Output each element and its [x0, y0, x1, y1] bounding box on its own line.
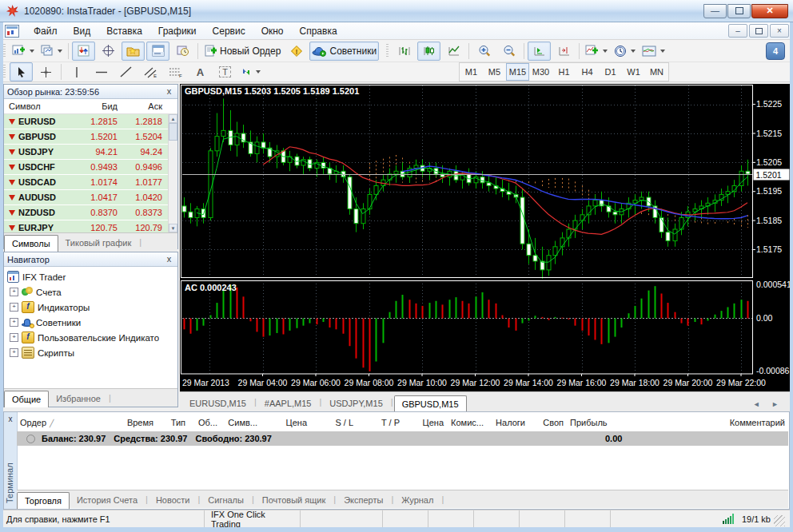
text-label-tool-button[interactable]: T: [213, 62, 237, 81]
cursor-tool-button[interactable]: [10, 62, 33, 81]
templates-button[interactable]: [640, 42, 667, 61]
col-swap[interactable]: Своп: [528, 418, 567, 427]
navigator-button[interactable]: [122, 42, 145, 61]
symbol-row[interactable]: EURUSD1.28151.2818: [4, 114, 177, 129]
scroll-up-icon[interactable]: ▲: [169, 114, 177, 123]
maximize-button[interactable]: [727, 4, 751, 18]
price-chart[interactable]: 1.52251.52151.52051.51951.51851.51751.52…: [180, 84, 790, 391]
menu-window[interactable]: Окно: [253, 23, 292, 39]
balance-row[interactable]: Баланс: 230.97 Средства: 230.97 Свободно…: [17, 431, 788, 446]
chart-document-icon[interactable]: [5, 25, 19, 38]
bar-chart-button[interactable]: [393, 42, 416, 61]
line-chart-button[interactable]: [442, 42, 465, 61]
minimize-button[interactable]: —: [703, 4, 727, 18]
notifications-badge[interactable]: 4: [766, 42, 785, 60]
tree-item-indicators[interactable]: + f Индикаторы: [7, 300, 177, 315]
col-comment[interactable]: Комментарий: [616, 418, 788, 427]
tab-experts[interactable]: Эксперты: [337, 493, 390, 508]
periods-button[interactable]: [612, 42, 638, 61]
col-tp[interactable]: T / P: [357, 418, 403, 427]
market-watch-scrollbar[interactable]: ▲ ▼: [168, 114, 177, 232]
symbol-row[interactable]: USDCAD1.01741.0177: [4, 175, 177, 190]
mdi-close-button[interactable]: ×: [770, 24, 789, 38]
chart-tab-aapl[interactable]: #AAPL,M15: [257, 396, 319, 411]
expand-icon[interactable]: +: [10, 333, 18, 342]
tf-m1[interactable]: M1: [460, 63, 483, 81]
chart-shift-button[interactable]: [552, 42, 576, 61]
horizontal-line-tool-button[interactable]: [90, 62, 113, 81]
tab-trade[interactable]: Торговля: [17, 492, 70, 509]
resize-grip[interactable]: [774, 515, 785, 526]
chart-tab-usdjpy[interactable]: USDJPY,M15: [322, 396, 389, 411]
zoom-in-button[interactable]: [472, 42, 496, 61]
chart-window[interactable]: 1.52251.52151.52051.51951.51851.51751.52…: [180, 84, 790, 391]
tab-tick-chart[interactable]: Тиковый график: [58, 236, 139, 251]
scroll-down-icon[interactable]: ▼: [169, 224, 177, 232]
tf-w1[interactable]: W1: [622, 63, 645, 81]
tab-journal[interactable]: Журнал: [394, 493, 440, 508]
close-icon[interactable]: x: [6, 414, 15, 423]
auto-scroll-button[interactable]: [528, 42, 551, 61]
tf-mn[interactable]: MN: [645, 63, 668, 81]
col-bid[interactable]: Бид: [76, 101, 118, 111]
tree-item-scripts[interactable]: + Скрипты: [7, 345, 177, 360]
tf-m5[interactable]: M5: [483, 63, 506, 81]
col-symbol[interactable]: Символ: [4, 101, 76, 111]
text-tool-button[interactable]: A: [189, 62, 212, 81]
tab-signals[interactable]: Сигналы: [201, 493, 251, 508]
tab-account-history[interactable]: История Счета: [70, 493, 145, 508]
col-ask[interactable]: Аск: [118, 101, 165, 111]
menu-insert[interactable]: Вставка: [98, 23, 150, 39]
profiles-button[interactable]: [38, 42, 65, 61]
tab-mailbox[interactable]: Почтовый ящик: [255, 493, 333, 508]
close-icon[interactable]: x: [164, 86, 174, 97]
terminal-button[interactable]: [146, 42, 169, 61]
menu-service[interactable]: Сервис: [205, 23, 253, 39]
tab-symbols[interactable]: Символы: [4, 235, 58, 252]
tab-favorites[interactable]: Избранное: [49, 391, 108, 407]
tab-scroll-arrows[interactable]: ◄ ►: [753, 400, 790, 411]
crosshair-tool-button[interactable]: [34, 62, 58, 81]
symbol-row[interactable]: USDJPY94.2194.24: [4, 145, 177, 160]
col-sl[interactable]: S / L: [310, 418, 357, 427]
expert-advisors-button[interactable]: Советники: [309, 42, 379, 61]
col-order[interactable]: Ордер╱: [17, 418, 73, 427]
tf-h1[interactable]: H1: [552, 63, 576, 81]
menu-help[interactable]: Справка: [292, 23, 345, 39]
zoom-out-button[interactable]: [497, 42, 520, 61]
symbol-row[interactable]: USDCHF0.94930.9496: [4, 160, 177, 175]
menu-charts[interactable]: Графики: [150, 23, 205, 39]
symbol-row[interactable]: EURJPY120.75120.79: [4, 220, 177, 232]
new-order-button[interactable]: Новый Ордер: [201, 42, 283, 61]
expand-icon[interactable]: +: [10, 288, 18, 296]
status-trading-mode[interactable]: IFX One Click Trading: [205, 510, 301, 527]
col-profit[interactable]: Прибыль: [567, 418, 616, 427]
tab-news[interactable]: Новости: [149, 493, 197, 508]
market-watch-button[interactable]: [72, 42, 95, 61]
col-price-open[interactable]: Цена: [261, 418, 310, 427]
tf-m15[interactable]: M15: [506, 63, 529, 81]
tree-item-experts[interactable]: + Советники: [7, 315, 177, 330]
tree-item-platform[interactable]: IFX Trader: [7, 269, 177, 284]
chart-tab-eurusd[interactable]: EURUSD,M15: [182, 396, 253, 411]
strategy-tester-button[interactable]: [171, 42, 194, 61]
tf-h4[interactable]: H4: [576, 63, 599, 81]
symbol-row[interactable]: AUDUSD1.04171.0420: [4, 190, 177, 205]
col-commission[interactable]: Комис...: [447, 418, 487, 427]
tab-common[interactable]: Общие: [4, 391, 49, 407]
new-chart-button[interactable]: [10, 42, 37, 61]
expand-icon[interactable]: +: [10, 348, 18, 357]
tree-item-custom-indicators[interactable]: + f Пользовательские Индикато: [7, 330, 177, 345]
candlestick-chart-button[interactable]: [417, 42, 440, 61]
symbol-row[interactable]: GBPUSD1.52011.5204: [4, 129, 177, 145]
tf-m30[interactable]: M30: [529, 63, 552, 81]
data-window-button[interactable]: [97, 42, 120, 61]
menu-view[interactable]: Вид: [66, 23, 99, 39]
col-volume[interactable]: Об...: [189, 418, 221, 427]
col-time[interactable]: Время: [73, 418, 157, 427]
mdi-minimize-button[interactable]: –: [728, 24, 747, 38]
chart-tab-gbpusd[interactable]: GBPUSD,M15: [394, 395, 467, 412]
vertical-line-tool-button[interactable]: [65, 62, 88, 81]
tf-d1[interactable]: D1: [599, 63, 622, 81]
menu-file[interactable]: Файл: [26, 23, 66, 39]
